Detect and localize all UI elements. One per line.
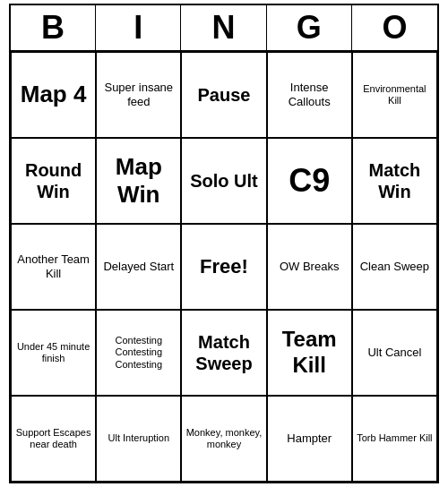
cell-r3-c4: Ult Cancel [352,310,437,396]
cell-r0-c4: Environmental Kill [352,52,437,138]
cell-r2-c4: Clean Sweep [352,224,437,310]
cell-r1-c3: C9 [267,138,352,224]
bingo-header: BINGO [11,5,437,52]
cell-r4-c0: Support Escapes near death [11,396,96,482]
header-letter-o: O [352,5,437,50]
cell-r3-c0: Under 45 minute finish [11,310,96,396]
header-letter-b: B [11,5,96,50]
cell-r3-c1: Contesting Contesting Contesting [96,310,181,396]
header-letter-n: N [181,5,266,50]
cell-r4-c2: Monkey, monkey, monkey [181,396,266,482]
cell-r0-c1: Super insane feed [96,52,181,138]
bingo-grid: Map 4Super insane feedPauseIntense Callo… [11,52,437,482]
cell-r0-c0: Map 4 [11,52,96,138]
cell-r2-c1: Delayed Start [96,224,181,310]
cell-r2-c3: OW Breaks [267,224,352,310]
cell-r1-c2: Solo Ult [181,138,266,224]
cell-r0-c2: Pause [181,52,266,138]
cell-r2-c2: Free! [181,224,266,310]
cell-r4-c1: Ult Interuption [96,396,181,482]
cell-r4-c4: Torb Hammer Kill [352,396,437,482]
bingo-card: BINGO Map 4Super insane feedPauseIntense… [9,4,439,483]
header-letter-g: G [267,5,352,50]
cell-r1-c4: Match Win [352,138,437,224]
cell-r3-c3: Team Kill [267,310,352,396]
cell-r4-c3: Hampter [267,396,352,482]
cell-r0-c3: Intense Callouts [267,52,352,138]
cell-r3-c2: Match Sweep [181,310,266,396]
header-letter-i: I [96,5,181,50]
cell-r1-c0: Round Win [11,138,96,224]
cell-r1-c1: Map Win [96,138,181,224]
cell-r2-c0: Another Team Kill [11,224,96,310]
